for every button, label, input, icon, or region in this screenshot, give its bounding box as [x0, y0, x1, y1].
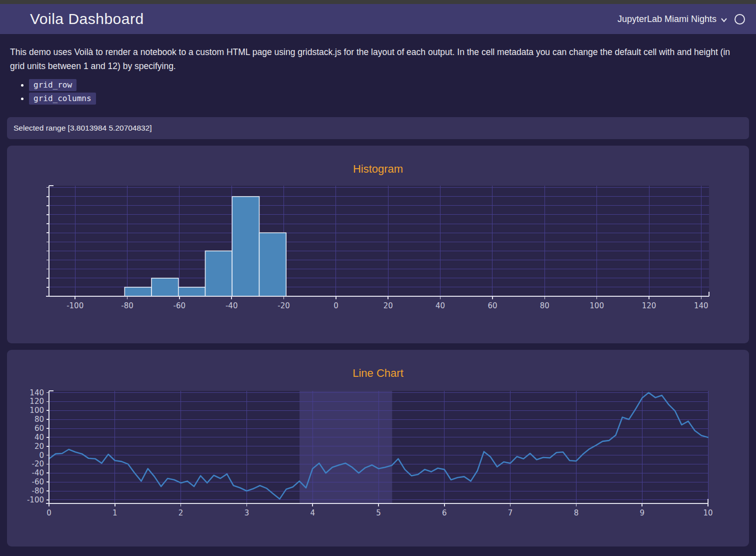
- dashboard-body: This demo uses Voilà to render a noteboo…: [0, 45, 756, 546]
- svg-text:120: 120: [30, 397, 44, 406]
- svg-text:6: 6: [442, 508, 447, 517]
- svg-text:140: 140: [694, 301, 708, 310]
- histogram-chart[interactable]: -100-80-60-40-20020406080100120140: [7, 183, 749, 317]
- svg-text:0: 0: [39, 451, 44, 460]
- chevron-down-icon: [720, 17, 728, 24]
- svg-text:-100: -100: [27, 495, 44, 504]
- svg-text:7: 7: [508, 508, 513, 517]
- svg-text:-60: -60: [174, 301, 186, 310]
- svg-text:-20: -20: [32, 459, 44, 468]
- svg-text:80: 80: [34, 415, 44, 424]
- histogram-title: Histogram: [7, 163, 749, 176]
- grid-columns-code-chip: grid_columns: [29, 93, 96, 105]
- svg-text:60: 60: [488, 301, 497, 310]
- line-chart[interactable]: 140120100806040200-20-40-60-80-100012345…: [7, 387, 749, 523]
- svg-text:20: 20: [384, 301, 393, 310]
- svg-text:120: 120: [642, 301, 656, 310]
- svg-text:0: 0: [46, 508, 52, 517]
- svg-text:4: 4: [310, 508, 315, 517]
- svg-text:140: 140: [30, 388, 44, 397]
- svg-text:100: 100: [590, 301, 604, 310]
- top-strip: [0, 0, 756, 4]
- kernel-status-icon: [734, 14, 745, 25]
- svg-text:60: 60: [34, 424, 44, 433]
- app-header: Voila Dashboard JupyterLab Miami Nights: [0, 4, 756, 34]
- list-item: grid_columns: [29, 94, 749, 103]
- svg-text:-100: -100: [66, 301, 84, 310]
- svg-text:80: 80: [540, 301, 550, 310]
- linechart-card: Line Chart 140120100806040200-20-40-60-8…: [7, 350, 749, 546]
- page-title: Voila Dashboard: [30, 11, 144, 28]
- svg-text:10: 10: [703, 508, 712, 517]
- svg-text:1: 1: [112, 508, 118, 517]
- svg-text:8: 8: [574, 508, 579, 517]
- svg-text:40: 40: [34, 433, 44, 442]
- svg-text:0: 0: [334, 301, 338, 310]
- linechart-title: Line Chart: [7, 367, 749, 380]
- svg-text:-20: -20: [278, 301, 290, 310]
- svg-text:-80: -80: [32, 486, 44, 495]
- grid-row-code-chip: grid_row: [29, 79, 76, 91]
- svg-text:3: 3: [244, 508, 250, 517]
- selected-range-text: Selected range [3.8013984 5.20704832]: [14, 124, 152, 133]
- histogram-card: Histogram -100-80-60-40-2002040608010012…: [7, 146, 749, 343]
- theme-dropdown-label: JupyterLab Miami Nights: [618, 14, 716, 25]
- svg-text:-80: -80: [121, 301, 134, 310]
- grid-options-list: grid_row grid_columns: [7, 80, 749, 103]
- theme-dropdown[interactable]: JupyterLab Miami Nights: [618, 14, 728, 25]
- svg-text:40: 40: [436, 301, 445, 310]
- svg-text:-40: -40: [32, 468, 44, 477]
- svg-text:20: 20: [34, 442, 44, 451]
- svg-text:-40: -40: [226, 301, 238, 310]
- list-item: grid_row: [29, 80, 749, 90]
- svg-text:5: 5: [376, 508, 381, 517]
- svg-text:2: 2: [178, 508, 184, 517]
- svg-text:-60: -60: [32, 477, 44, 486]
- intro-text: This demo uses Voilà to render a noteboo…: [10, 45, 746, 73]
- selected-range-panel: Selected range [3.8013984 5.20704832]: [7, 117, 749, 139]
- svg-text:100: 100: [30, 406, 44, 415]
- svg-text:9: 9: [640, 508, 644, 517]
